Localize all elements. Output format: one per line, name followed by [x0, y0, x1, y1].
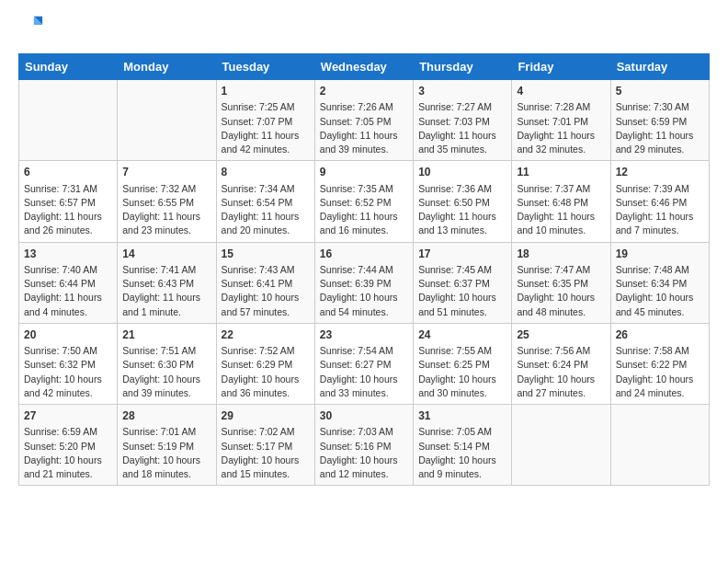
cell-content: Sunrise: 7:44 AMSunset: 6:39 PMDaylight:… [320, 263, 408, 319]
calendar-cell: 10Sunrise: 7:36 AMSunset: 6:50 PMDayligh… [414, 161, 512, 242]
calendar-cell: 5Sunrise: 7:30 AMSunset: 6:59 PMDaylight… [610, 80, 709, 161]
day-number: 31 [418, 408, 506, 424]
cell-content: Sunrise: 7:50 AMSunset: 6:32 PMDaylight:… [24, 344, 112, 400]
day-number: 22 [222, 327, 310, 343]
day-number: 27 [24, 408, 112, 424]
day-of-week-header: Sunday [19, 54, 118, 80]
day-number: 8 [222, 165, 310, 180]
calendar-cell: 25Sunrise: 7:56 AMSunset: 6:24 PMDayligh… [512, 323, 610, 404]
calendar-cell: 20Sunrise: 7:50 AMSunset: 6:32 PMDayligh… [19, 323, 118, 404]
calendar-cell: 17Sunrise: 7:45 AMSunset: 6:37 PMDayligh… [414, 242, 512, 323]
calendar-table: SundayMondayTuesdayWednesdayThursdayFrid… [18, 53, 710, 486]
calendar-week-row: 20Sunrise: 7:50 AMSunset: 6:32 PMDayligh… [19, 323, 710, 404]
calendar-cell [610, 405, 709, 486]
cell-content: Sunrise: 7:56 AMSunset: 6:24 PMDaylight:… [517, 344, 605, 400]
cell-content: Sunrise: 7:48 AMSunset: 6:34 PMDaylight:… [616, 263, 704, 319]
calendar-cell: 18Sunrise: 7:47 AMSunset: 6:35 PMDayligh… [512, 242, 610, 323]
calendar-cell: 31Sunrise: 7:05 AMSunset: 5:14 PMDayligh… [414, 405, 512, 486]
day-number: 24 [418, 327, 506, 343]
calendar-cell: 14Sunrise: 7:41 AMSunset: 6:43 PMDayligh… [118, 242, 216, 323]
cell-content: Sunrise: 7:28 AMSunset: 7:01 PMDaylight:… [517, 100, 605, 156]
calendar-week-row: 6Sunrise: 7:31 AMSunset: 6:57 PMDaylight… [19, 161, 710, 242]
calendar-cell: 27Sunrise: 6:59 AMSunset: 5:20 PMDayligh… [19, 405, 118, 486]
cell-content: Sunrise: 7:37 AMSunset: 6:48 PMDaylight:… [517, 182, 605, 238]
day-of-week-header: Monday [118, 54, 216, 80]
cell-content: Sunrise: 7:31 AMSunset: 6:57 PMDaylight:… [24, 182, 112, 238]
calendar-cell: 3Sunrise: 7:27 AMSunset: 7:03 PMDaylight… [414, 80, 512, 161]
day-of-week-header: Saturday [610, 54, 709, 80]
cell-content: Sunrise: 7:55 AMSunset: 6:25 PMDaylight:… [418, 344, 506, 400]
day-number: 23 [320, 327, 408, 343]
day-number: 7 [122, 165, 210, 180]
calendar-cell [512, 405, 610, 486]
day-number: 29 [222, 408, 310, 424]
cell-content: Sunrise: 7:40 AMSunset: 6:44 PMDaylight:… [24, 263, 112, 319]
cell-content: Sunrise: 7:01 AMSunset: 5:19 PMDaylight:… [122, 425, 210, 481]
calendar-cell: 16Sunrise: 7:44 AMSunset: 6:39 PMDayligh… [314, 242, 413, 323]
day-number: 13 [24, 247, 112, 262]
calendar-cell: 24Sunrise: 7:55 AMSunset: 6:25 PMDayligh… [414, 323, 512, 404]
calendar-cell [19, 80, 118, 161]
cell-content: Sunrise: 7:02 AMSunset: 5:17 PMDaylight:… [222, 425, 310, 481]
day-of-week-header: Friday [512, 54, 610, 80]
cell-content: Sunrise: 7:41 AMSunset: 6:43 PMDaylight:… [122, 263, 210, 319]
calendar-header-row: SundayMondayTuesdayWednesdayThursdayFrid… [19, 54, 710, 80]
calendar-cell: 23Sunrise: 7:54 AMSunset: 6:27 PMDayligh… [314, 323, 413, 404]
calendar-cell: 22Sunrise: 7:52 AMSunset: 6:29 PMDayligh… [216, 323, 314, 404]
page-header [18, 18, 710, 39]
cell-content: Sunrise: 7:26 AMSunset: 7:05 PMDaylight:… [320, 100, 408, 156]
day-of-week-header: Thursday [414, 54, 512, 80]
cell-content: Sunrise: 7:43 AMSunset: 6:41 PMDaylight:… [222, 263, 310, 319]
day-number: 26 [616, 327, 704, 343]
cell-content: Sunrise: 6:59 AMSunset: 5:20 PMDaylight:… [24, 425, 112, 481]
calendar-cell: 28Sunrise: 7:01 AMSunset: 5:19 PMDayligh… [118, 405, 216, 486]
day-number: 19 [616, 247, 704, 262]
calendar-cell [118, 80, 216, 161]
day-number: 5 [616, 84, 704, 99]
day-number: 30 [320, 408, 408, 424]
day-number: 21 [122, 327, 210, 343]
cell-content: Sunrise: 7:25 AMSunset: 7:07 PMDaylight:… [222, 100, 310, 156]
cell-content: Sunrise: 7:45 AMSunset: 6:37 PMDaylight:… [418, 263, 506, 319]
calendar-cell: 29Sunrise: 7:02 AMSunset: 5:17 PMDayligh… [216, 405, 314, 486]
calendar-week-row: 1Sunrise: 7:25 AMSunset: 7:07 PMDaylight… [19, 80, 710, 161]
logo [18, 18, 46, 39]
day-number: 15 [222, 247, 310, 262]
day-number: 9 [320, 165, 408, 180]
calendar-cell: 21Sunrise: 7:51 AMSunset: 6:30 PMDayligh… [118, 323, 216, 404]
calendar-cell: 26Sunrise: 7:58 AMSunset: 6:22 PMDayligh… [610, 323, 709, 404]
calendar-cell: 13Sunrise: 7:40 AMSunset: 6:44 PMDayligh… [19, 242, 118, 323]
cell-content: Sunrise: 7:51 AMSunset: 6:30 PMDaylight:… [122, 344, 210, 400]
cell-content: Sunrise: 7:54 AMSunset: 6:27 PMDaylight:… [320, 344, 408, 400]
calendar-cell: 1Sunrise: 7:25 AMSunset: 7:07 PMDaylight… [216, 80, 314, 161]
calendar-cell: 7Sunrise: 7:32 AMSunset: 6:55 PMDaylight… [118, 161, 216, 242]
day-number: 4 [517, 84, 605, 99]
day-number: 2 [320, 84, 408, 99]
day-number: 16 [320, 247, 408, 262]
calendar-cell: 9Sunrise: 7:35 AMSunset: 6:52 PMDaylight… [314, 161, 413, 242]
calendar-cell: 8Sunrise: 7:34 AMSunset: 6:54 PMDaylight… [216, 161, 314, 242]
cell-content: Sunrise: 7:36 AMSunset: 6:50 PMDaylight:… [418, 182, 506, 238]
day-number: 3 [418, 84, 506, 99]
cell-content: Sunrise: 7:05 AMSunset: 5:14 PMDaylight:… [418, 425, 506, 481]
cell-content: Sunrise: 7:39 AMSunset: 6:46 PMDaylight:… [616, 182, 704, 238]
day-number: 14 [122, 247, 210, 262]
calendar-cell: 30Sunrise: 7:03 AMSunset: 5:16 PMDayligh… [314, 405, 413, 486]
day-number: 11 [517, 165, 605, 180]
day-of-week-header: Wednesday [314, 54, 413, 80]
calendar-cell: 11Sunrise: 7:37 AMSunset: 6:48 PMDayligh… [512, 161, 610, 242]
calendar-cell: 4Sunrise: 7:28 AMSunset: 7:01 PMDaylight… [512, 80, 610, 161]
day-number: 6 [24, 165, 112, 180]
day-number: 1 [222, 84, 310, 99]
cell-content: Sunrise: 7:30 AMSunset: 6:59 PMDaylight:… [616, 100, 704, 156]
day-number: 10 [418, 165, 506, 180]
day-number: 18 [517, 247, 605, 262]
calendar-cell: 15Sunrise: 7:43 AMSunset: 6:41 PMDayligh… [216, 242, 314, 323]
calendar-cell: 12Sunrise: 7:39 AMSunset: 6:46 PMDayligh… [610, 161, 709, 242]
cell-content: Sunrise: 7:47 AMSunset: 6:35 PMDaylight:… [517, 263, 605, 319]
calendar-week-row: 13Sunrise: 7:40 AMSunset: 6:44 PMDayligh… [19, 242, 710, 323]
calendar-cell: 6Sunrise: 7:31 AMSunset: 6:57 PMDaylight… [19, 161, 118, 242]
cell-content: Sunrise: 7:32 AMSunset: 6:55 PMDaylight:… [122, 182, 210, 238]
calendar-cell: 2Sunrise: 7:26 AMSunset: 7:05 PMDaylight… [314, 80, 413, 161]
day-number: 25 [517, 327, 605, 343]
